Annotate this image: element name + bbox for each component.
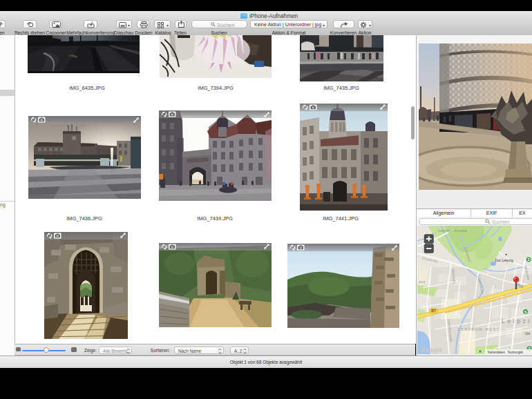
- svg-text:Zoo Leipzig: Zoo Leipzig: [495, 258, 513, 262]
- svg-text:S: S: [527, 257, 530, 262]
- svg-text:Leipziger Auwald: Leipziger Auwald: [438, 228, 467, 233]
- svg-text:S: S: [524, 310, 527, 314]
- svg-text:ZENTRUM-WEST: ZENTRUM-WEST: [457, 327, 500, 331]
- svg-text:B7: B7: [431, 309, 436, 313]
- svg-text:Leipzi: Leipzi: [502, 318, 532, 324]
- svg-text:rena: rena: [419, 280, 426, 284]
- svg-text:Uni: Uni: [525, 332, 530, 335]
- svg-text:Kartendaten Nutzungsb: Kartendaten Nutzungsb: [488, 351, 523, 354]
- svg-text:Google: Google: [421, 347, 442, 353]
